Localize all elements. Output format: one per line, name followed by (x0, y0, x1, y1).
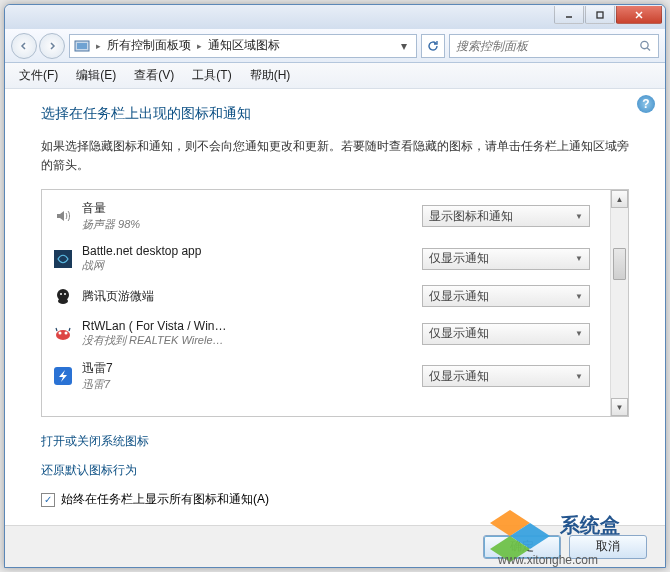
row-sub: 迅雷7 (82, 377, 412, 392)
control-panel-window: ▸ 所有控制面板项 ▸ 通知区域图标 ▾ 文件(F) 编辑(E) 查看(V) 工… (4, 4, 666, 568)
dialog-footer: 确定 取消 (5, 525, 665, 567)
mode-select[interactable]: 仅显示通知▼ (422, 248, 590, 270)
row-sub: 战网 (82, 258, 412, 273)
help-icon[interactable]: ? (637, 95, 655, 113)
breadcrumb-current[interactable]: 通知区域图标 (208, 37, 280, 54)
scrollbar[interactable]: ▲ ▼ (610, 190, 628, 416)
list-row-rtwlan: RtWLan ( For Vista / Win… 没有找到 REALTEK W… (42, 313, 610, 354)
ok-button[interactable]: 确定 (483, 535, 561, 559)
chevron-down-icon: ▼ (575, 292, 583, 301)
always-show-checkbox-row: ✓ 始终在任务栏上显示所有图标和通知(A) (41, 491, 629, 508)
scroll-up-button[interactable]: ▲ (611, 190, 628, 208)
address-bar[interactable]: ▸ 所有控制面板项 ▸ 通知区域图标 ▾ (69, 34, 417, 58)
chevron-down-icon: ▼ (575, 212, 583, 221)
menu-file[interactable]: 文件(F) (11, 63, 66, 88)
link-restore-defaults[interactable]: 还原默认图标行为 (41, 462, 629, 479)
scroll-thumb[interactable] (613, 248, 626, 280)
minimize-button[interactable] (554, 6, 584, 24)
row-title: Battle.net desktop app (82, 244, 412, 258)
search-box[interactable] (449, 34, 659, 58)
address-dropdown-icon[interactable]: ▾ (396, 39, 412, 53)
page-heading: 选择在任务栏上出现的图标和通知 (41, 105, 629, 123)
nav-forward-button[interactable] (39, 33, 65, 59)
svg-point-12 (64, 293, 66, 295)
row-title: 腾讯页游微端 (82, 288, 412, 305)
svg-point-6 (641, 41, 648, 48)
titlebar (5, 5, 665, 29)
row-title: 迅雷7 (82, 360, 412, 377)
svg-rect-1 (597, 12, 603, 18)
icon-list: 音量 扬声器 98% 显示图标和通知▼ Battle.net desktop a… (42, 190, 610, 416)
mode-select[interactable]: 仅显示通知▼ (422, 323, 590, 345)
svg-point-13 (56, 330, 70, 340)
svg-line-7 (647, 47, 650, 50)
chevron-down-icon: ▼ (575, 254, 583, 263)
mode-select[interactable]: 仅显示通知▼ (422, 285, 590, 307)
maximize-button[interactable] (585, 6, 615, 24)
speaker-icon (54, 207, 72, 225)
refresh-button[interactable] (421, 34, 445, 58)
svg-point-15 (65, 331, 68, 334)
control-panel-icon (74, 38, 90, 54)
mode-select[interactable]: 显示图标和通知▼ (422, 205, 590, 227)
list-row-volume: 音量 扬声器 98% 显示图标和通知▼ (42, 194, 610, 238)
page-description: 如果选择隐藏图标和通知，则不会向您通知更改和更新。若要随时查看隐藏的图标，请单击… (41, 137, 629, 175)
nav-bar: ▸ 所有控制面板项 ▸ 通知区域图标 ▾ (5, 29, 665, 63)
realtek-icon (54, 325, 72, 343)
xunlei-icon (54, 367, 72, 385)
svg-point-10 (58, 298, 68, 304)
svg-point-11 (60, 293, 62, 295)
scroll-down-button[interactable]: ▼ (611, 398, 628, 416)
row-sub: 没有找到 REALTEK Wirele… (82, 333, 412, 348)
svg-rect-8 (54, 250, 72, 268)
list-row-xunlei: 迅雷7 迅雷7 仅显示通知▼ (42, 354, 610, 398)
breadcrumb-root[interactable]: 所有控制面板项 (107, 37, 191, 54)
row-title: RtWLan ( For Vista / Win… (82, 319, 412, 333)
always-show-checkbox[interactable]: ✓ (41, 493, 55, 507)
search-input[interactable] (456, 39, 635, 53)
row-title: 音量 (82, 200, 412, 217)
row-sub: 扬声器 98% (82, 217, 412, 232)
nav-back-button[interactable] (11, 33, 37, 59)
chevron-right-icon: ▸ (96, 41, 101, 51)
svg-rect-5 (77, 43, 87, 49)
link-system-icons[interactable]: 打开或关闭系统图标 (41, 433, 629, 450)
menu-edit[interactable]: 编辑(E) (68, 63, 124, 88)
mode-select[interactable]: 仅显示通知▼ (422, 365, 590, 387)
search-icon (639, 39, 652, 53)
checkbox-label: 始终在任务栏上显示所有图标和通知(A) (61, 491, 269, 508)
chevron-down-icon: ▼ (575, 372, 583, 381)
close-button[interactable] (616, 6, 662, 24)
list-row-tencent: 腾讯页游微端 仅显示通知▼ (42, 279, 610, 313)
chevron-right-icon: ▸ (197, 41, 202, 51)
tencent-icon (54, 287, 72, 305)
list-row-battlenet: Battle.net desktop app 战网 仅显示通知▼ (42, 238, 610, 279)
icon-list-panel: 音量 扬声器 98% 显示图标和通知▼ Battle.net desktop a… (41, 189, 629, 417)
menu-view[interactable]: 查看(V) (126, 63, 182, 88)
menu-tools[interactable]: 工具(T) (184, 63, 239, 88)
menu-bar: 文件(F) 编辑(E) 查看(V) 工具(T) 帮助(H) (5, 63, 665, 89)
svg-point-14 (59, 331, 62, 334)
battlenet-icon (54, 250, 72, 268)
menu-help[interactable]: 帮助(H) (242, 63, 299, 88)
chevron-down-icon: ▼ (575, 329, 583, 338)
cancel-button[interactable]: 取消 (569, 535, 647, 559)
content-area: ? 选择在任务栏上出现的图标和通知 如果选择隐藏图标和通知，则不会向您通知更改和… (5, 89, 665, 525)
